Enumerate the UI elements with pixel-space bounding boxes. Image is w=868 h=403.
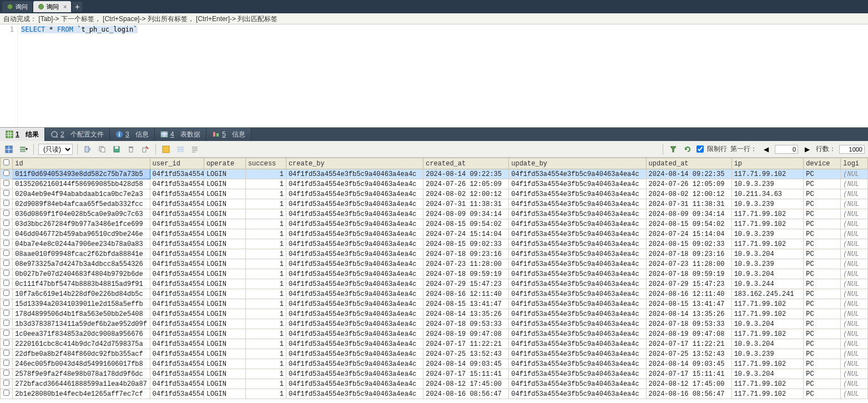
cell-operate[interactable]: LOGIN	[204, 389, 245, 399]
cell-login[interactable]: (NUL	[841, 269, 868, 279]
cell-id[interactable]: 08aae010f09948fcac2f62bfda88841e	[13, 249, 150, 259]
cell-id[interactable]: 2578f9e9fa2f48e98b078a178dd9f6dc	[13, 369, 150, 379]
limit-checkbox[interactable]	[697, 145, 704, 153]
cell-create_by[interactable]: 04f1fd53a4554e3fb5c9a40463a4ea4c	[286, 169, 423, 179]
cell-update_by[interactable]: 04f1fd53a4554e3fb5c9a40463a4ea4c	[509, 299, 646, 309]
cell-updated_at[interactable]: 2024-07-18 09:59:19	[646, 269, 731, 279]
row-checkbox[interactable]	[1, 189, 13, 199]
table-row[interactable]: 2b1e28080b1e4fecb4e1265aff7ec7cf 04f1fd5…	[1, 389, 868, 399]
cell-update_by[interactable]: 04f1fd53a4554e3fb5c9a40463a4ea4c	[509, 319, 646, 329]
cell-created_at[interactable]: 2024-07-25 13:52:43	[423, 349, 509, 359]
row-checkbox[interactable]	[1, 319, 13, 329]
cell-user_id[interactable]: 04f1fd53a4554	[150, 179, 204, 189]
cell-id[interactable]: 03d3bbc267284f9b977a3486e1fce699	[13, 219, 150, 229]
cell-create_by[interactable]: 04f1fd53a4554e3fb5c9a40463a4ea4c	[286, 339, 423, 349]
table-row[interactable]: 02d9089f84eb4afcaa65f5edab332fcc 04f1fd5…	[1, 199, 868, 209]
cell-updated_at[interactable]: 2024-07-26 12:05:09	[646, 179, 731, 189]
cell-device[interactable]: PC	[804, 289, 841, 299]
tab-query-1[interactable]: 询问	[2, 1, 32, 12]
row-checkbox[interactable]	[1, 219, 13, 229]
cell-user_id[interactable]: 04f1fd53a4554	[150, 279, 204, 289]
cell-operate[interactable]: LOGIN	[204, 349, 245, 359]
cell-device[interactable]: PC	[804, 239, 841, 249]
col-success[interactable]: success	[245, 158, 286, 169]
cell-success[interactable]: 1	[245, 329, 286, 339]
table-row[interactable]: 15d13394a2034103901le2d158a5effb 04f1fd5…	[1, 299, 868, 309]
cell-update_by[interactable]: 04f1fd53a4554e3fb5c9a40463a4ea4c	[509, 289, 646, 299]
cell-login[interactable]: (NUL	[841, 179, 868, 189]
cell-success[interactable]: 1	[245, 359, 286, 369]
filter-button[interactable]	[668, 144, 679, 155]
cell-success[interactable]: 1	[245, 289, 286, 299]
table-row[interactable]: 0b027b7e07d2404683f4804b9792b6de 04f1fd5…	[1, 269, 868, 279]
table-row[interactable]: 03d3bbc267284f9b977a3486e1fce699 04f1fd5…	[1, 219, 868, 229]
cell-device[interactable]: PC	[804, 349, 841, 359]
cell-user_id[interactable]: 04f1fd53a4554	[150, 209, 204, 219]
cell-id[interactable]: 178d4899506d4b1f8a563e50bb2e5408	[13, 309, 150, 319]
cell-update_by[interactable]: 04f1fd53a4554e3fb5c9a40463a4ea4c	[509, 239, 646, 249]
cell-ip[interactable]: 117.71.99.102	[731, 209, 804, 219]
cell-ip[interactable]: 117.71.99.102	[731, 309, 804, 319]
cell-ip[interactable]: 117.71.99.102	[731, 389, 804, 399]
cell-update_by[interactable]: 04f1fd53a4554e3fb5c9a40463a4ea4c	[509, 199, 646, 209]
cell-operate[interactable]: LOGIN	[204, 189, 245, 199]
firstrow-input[interactable]	[775, 145, 798, 154]
cell-create_by[interactable]: 04f1fd53a4554e3fb5c9a40463a4ea4c	[286, 219, 423, 229]
row-checkbox[interactable]	[1, 249, 13, 259]
cell-created_at[interactable]: 2024-08-14 09:22:35	[423, 169, 509, 179]
view-row-button[interactable]	[175, 144, 186, 155]
cell-success[interactable]: 1	[245, 369, 286, 379]
cell-success[interactable]: 1	[245, 319, 286, 329]
cell-login[interactable]: (NUL	[841, 219, 868, 229]
cell-ip[interactable]: 10.9.3.204	[731, 249, 804, 259]
cell-user_id[interactable]: 04f1fd53a4554	[150, 239, 204, 249]
cell-updated_at[interactable]: 2024-08-15 09:54:02	[646, 219, 731, 229]
cell-updated_at[interactable]: 2024-08-14 09:22:35	[646, 169, 731, 179]
cell-created_at[interactable]: 2024-08-19 09:47:08	[423, 329, 509, 339]
row-checkbox[interactable]	[1, 369, 13, 379]
cell-user_id[interactable]: 04f1fd53a4554	[150, 289, 204, 299]
cell-updated_at[interactable]: 2024-08-16 12:11:40	[646, 289, 731, 299]
cell-create_by[interactable]: 04f1fd53a4554e3fb5c9a40463a4ea4c	[286, 369, 423, 379]
cell-login[interactable]: (NUL	[841, 189, 868, 199]
cell-id[interactable]: 15d13394a2034103901le2d158a5effb	[13, 299, 150, 309]
table-row[interactable]: 0c111f47bbf5474b8883b48815ad9f91 04f1fd5…	[1, 279, 868, 289]
table-row[interactable]: 10f7a6c619e14b228df0e226bd84db5c 04f1fd5…	[1, 289, 868, 299]
cell-user_id[interactable]: 04f1fd53a4554	[150, 369, 204, 379]
cell-operate[interactable]: LOGIN	[204, 229, 245, 239]
sql-editor[interactable]: 1 SELECT * FROM `t_ph_uc_login`	[0, 24, 868, 128]
table-row[interactable]: 272bfacd3664461888599a1lea4b20a87 04f1fd…	[1, 379, 868, 389]
cell-device[interactable]: PC	[804, 179, 841, 189]
cell-ip[interactable]: 10.9.3.239	[731, 349, 804, 359]
cell-operate[interactable]: LOGIN	[204, 239, 245, 249]
row-checkbox[interactable]	[1, 289, 13, 299]
export-button[interactable]	[82, 144, 93, 155]
cell-create_by[interactable]: 04f1fd53a4554e3fb5c9a40463a4ea4c	[286, 179, 423, 189]
cell-update_by[interactable]: 04f1fd53a4554e3fb5c9a40463a4ea4c	[509, 209, 646, 219]
cell-created_at[interactable]: 2024-07-31 11:38:31	[423, 199, 509, 209]
table-row[interactable]: 046dd046772b459aba96510cd9be246e 04f1fd5…	[1, 229, 868, 239]
cell-user_id[interactable]: 04f1fd53a4554	[150, 359, 204, 369]
cell-ip[interactable]: 10.9.3.204	[731, 269, 804, 279]
cell-update_by[interactable]: 04f1fd53a4554e3fb5c9a40463a4ea4c	[509, 369, 646, 379]
cell-id[interactable]: 1c0eea371f834853a20dc9008a956676	[13, 329, 150, 339]
cell-operate[interactable]: LOGIN	[204, 169, 245, 179]
cell-updated_at[interactable]: 2024-07-17 15:11:41	[646, 369, 731, 379]
cell-id[interactable]: 011f0d694053493e8dd582c75b7a73b5	[13, 169, 150, 179]
cell-create_by[interactable]: 04f1fd53a4554e3fb5c9a40463a4ea4c	[286, 209, 423, 219]
cell-ip[interactable]: 10.9.3.204	[731, 369, 804, 379]
cell-create_by[interactable]: 04f1fd53a4554e3fb5c9a40463a4ea4c	[286, 319, 423, 329]
cell-create_by[interactable]: 04f1fd53a4554e3fb5c9a40463a4ea4c	[286, 249, 423, 259]
cell-device[interactable]: PC	[804, 369, 841, 379]
cell-login[interactable]: (NUL	[841, 259, 868, 269]
cell-id[interactable]: 02d9089f84eb4afcaa65f5edab332fcc	[13, 199, 150, 209]
save-button[interactable]	[111, 144, 122, 155]
add-tab-button[interactable]: +	[72, 2, 82, 12]
cell-id[interactable]: 0c111f47bbf5474b8883b48815ad9f91	[13, 279, 150, 289]
cell-id[interactable]: 22dfbe0a8b2f484f860dc92fbb355acf	[13, 349, 150, 359]
cell-success[interactable]: 1	[245, 249, 286, 259]
cell-update_by[interactable]: 04f1fd53a4554e3fb5c9a40463a4ea4c	[509, 229, 646, 239]
cell-create_by[interactable]: 04f1fd53a4554e3fb5c9a40463a4ea4c	[286, 239, 423, 249]
cell-user_id[interactable]: 04f1fd53a4554	[150, 219, 204, 229]
cell-user_id[interactable]: 04f1fd53a4554	[150, 319, 204, 329]
